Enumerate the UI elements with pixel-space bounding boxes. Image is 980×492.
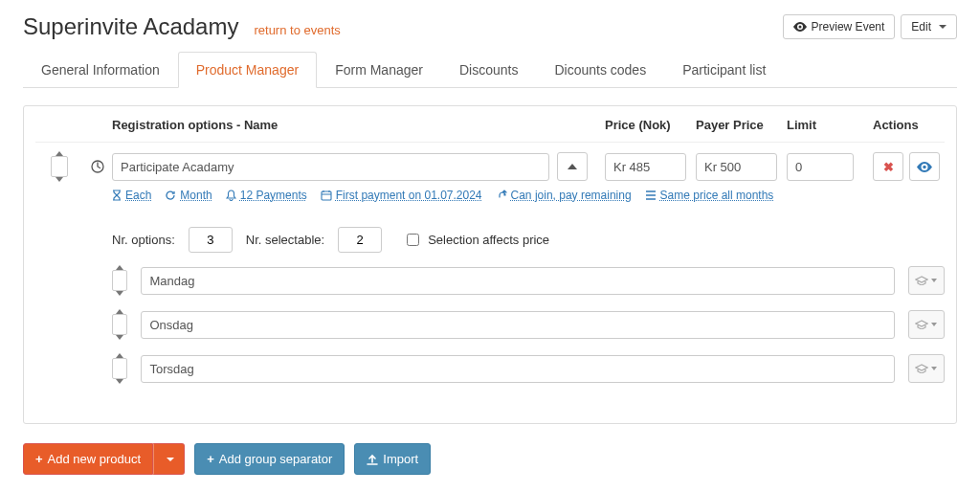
sub-option-name-input[interactable] <box>141 267 894 295</box>
graduation-cap-icon <box>915 320 928 329</box>
preview-event-button[interactable]: Preview Event <box>783 14 896 39</box>
add-new-product-button[interactable]: + Add new product <box>23 443 153 475</box>
product-panel: Registration options - Name Price (Nok) … <box>23 105 957 424</box>
tab-general[interactable]: General Information <box>23 52 178 88</box>
svg-point-0 <box>798 26 801 29</box>
badges-row: Each Month 12 Payments First payment on … <box>112 189 945 202</box>
tab-discount-codes[interactable]: Dicounts codes <box>536 52 664 88</box>
chevron-down-icon <box>931 367 937 370</box>
selection-affects-price-checkbox[interactable] <box>407 234 419 246</box>
sub-option-action-button[interactable] <box>908 266 945 295</box>
sub-option-name-input[interactable] <box>141 311 894 339</box>
options-controls: Nr. options: Nr. selectable: Selection a… <box>112 227 945 253</box>
preview-event-label: Preview Event <box>812 20 885 34</box>
sub-option-action-button[interactable] <box>908 354 945 383</box>
import-button[interactable]: Import <box>354 443 431 475</box>
col-limit: Limit <box>787 118 863 132</box>
delete-button[interactable]: ✖ <box>873 152 903 181</box>
col-actions: Actions <box>873 118 945 132</box>
list-icon <box>645 190 657 200</box>
tab-participant-list[interactable]: Participant list <box>664 52 784 88</box>
x-icon: ✖ <box>883 160 894 174</box>
svg-point-2 <box>923 165 925 168</box>
sub-option-row <box>112 354 945 383</box>
graduation-cap-icon <box>915 276 928 285</box>
chevron-up-icon <box>568 164 577 169</box>
sub-option-row <box>112 266 945 295</box>
clock-icon <box>91 160 104 173</box>
header-left: Superinvite Acadamy return to events <box>23 13 341 40</box>
chevron-down-icon <box>931 279 937 282</box>
add-group-separator-button[interactable]: + Add group separator <box>194 443 345 475</box>
product-row: ✖ <box>35 143 945 181</box>
upload-icon <box>367 454 378 465</box>
plus-icon: + <box>35 452 43 466</box>
page-header: Superinvite Acadamy return to events Pre… <box>23 13 957 40</box>
visibility-button[interactable] <box>909 152 940 181</box>
eye-icon <box>917 162 932 172</box>
price-input[interactable] <box>605 153 686 181</box>
return-to-events-link[interactable]: return to events <box>254 23 340 37</box>
svg-rect-3 <box>322 191 331 200</box>
hourglass-icon <box>112 190 122 201</box>
add-new-product-dropdown[interactable] <box>153 443 185 475</box>
sub-option-name-input[interactable] <box>141 355 894 383</box>
chevron-down-icon <box>931 323 937 326</box>
calendar-icon <box>321 190 332 201</box>
col-price: Price (Nok) <box>605 118 696 132</box>
badge-same-price[interactable]: Same price all months <box>645 189 774 202</box>
page-title: Superinvite Acadamy <box>23 13 238 40</box>
badge-can-join[interactable]: Can join, pay remaining <box>496 189 632 202</box>
bell-icon <box>226 190 236 201</box>
share-icon <box>496 190 507 201</box>
badge-payments[interactable]: 12 Payments <box>226 189 307 202</box>
nr-options-input[interactable] <box>189 227 233 253</box>
drag-handle[interactable] <box>112 358 127 379</box>
chevron-down-icon <box>939 25 947 29</box>
sub-option-row <box>112 310 945 339</box>
product-name-input[interactable] <box>112 153 549 181</box>
drag-handle[interactable] <box>51 156 68 177</box>
columns-header: Registration options - Name Price (Nok) … <box>35 118 945 143</box>
col-name: Registration options - Name <box>112 118 557 132</box>
badge-each[interactable]: Each <box>112 189 151 202</box>
nr-options-label: Nr. options: <box>112 233 175 247</box>
header-right: Preview Event Edit <box>783 14 957 39</box>
drag-handle[interactable] <box>112 270 127 291</box>
nr-selectable-label: Nr. selectable: <box>246 233 324 247</box>
limit-input[interactable] <box>787 153 854 181</box>
payer-price-input[interactable] <box>696 153 777 181</box>
footer-buttons: + Add new product + Add group separator … <box>23 443 957 475</box>
graduation-cap-icon <box>915 364 928 373</box>
badge-first-payment[interactable]: First payment on 01.07.2024 <box>321 189 482 202</box>
edit-dropdown-button[interactable]: Edit <box>901 14 957 39</box>
tab-product-manager[interactable]: Product Manager <box>178 52 317 88</box>
edit-label: Edit <box>911 20 931 34</box>
badge-month[interactable]: Month <box>165 189 212 202</box>
drag-handle[interactable] <box>112 314 127 335</box>
sub-options-list <box>112 266 945 383</box>
collapse-toggle-button[interactable] <box>557 152 588 181</box>
sub-option-action-button[interactable] <box>908 310 945 339</box>
refresh-icon <box>165 190 176 201</box>
tabs: General Information Product Manager Form… <box>23 52 957 88</box>
nr-selectable-input[interactable] <box>338 227 382 253</box>
col-payer: Payer Price <box>696 118 787 132</box>
plus-icon: + <box>207 452 214 466</box>
eye-icon <box>793 22 807 32</box>
chevron-down-icon <box>167 458 174 461</box>
tab-form-manager[interactable]: Form Manager <box>317 52 441 88</box>
selection-affects-price-label: Selection affects price <box>428 233 549 247</box>
tab-discounts[interactable]: Discounts <box>441 52 536 88</box>
